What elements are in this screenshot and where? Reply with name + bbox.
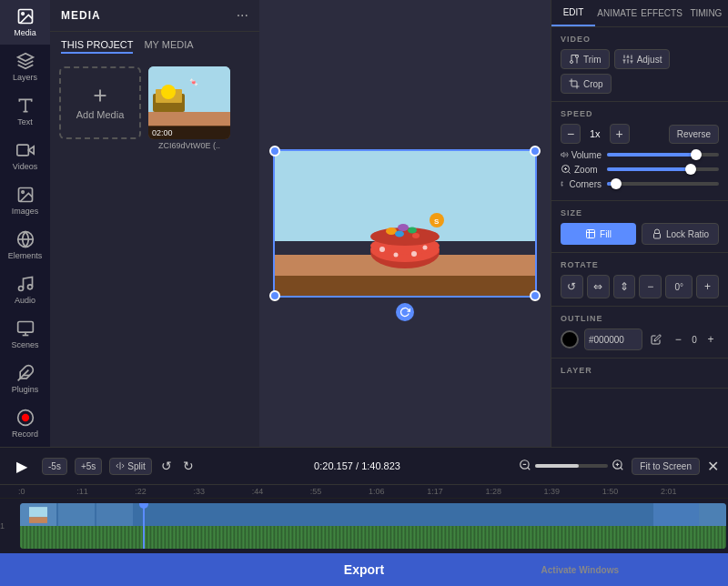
svg-point-27 — [161, 85, 176, 99]
rotate-handle[interactable] — [396, 303, 414, 321]
fit-screen-button[interactable]: Fit to Screen — [632, 458, 700, 475]
flip-h-button[interactable]: ⇔ — [587, 275, 610, 298]
timeline-close-button[interactable]: ✕ — [707, 458, 719, 475]
svg-point-19 — [22, 415, 28, 421]
add-media-button[interactable]: Add Media — [59, 66, 141, 139]
volume-label: Volume — [561, 149, 602, 160]
media-thumbnail[interactable]: 🍬 02:00 — [148, 66, 230, 139]
outline-value: 0 — [692, 335, 697, 345]
svg-point-12 — [27, 285, 32, 289]
ruler-mark-4: :44 — [252, 487, 310, 496]
sidebar-item-images[interactable]: Images — [0, 178, 50, 223]
sidebar-item-videos[interactable]: Videos — [0, 134, 50, 178]
outline-minus-button[interactable]: − — [670, 328, 686, 350]
timeline-controls: ▶ -5s +5s Split ↺ ↻ 0:20.157 / 1:40.823 — [0, 448, 728, 485]
rotate-ccw-button[interactable]: ↺ — [561, 275, 583, 298]
corner-handle-br[interactable] — [530, 290, 541, 301]
rotate-plus-button[interactable]: + — [696, 275, 719, 298]
speed-section-label: SPEED — [561, 109, 719, 118]
tab-timing[interactable]: TIMING — [684, 0, 728, 26]
ruler-mark-11: 2:01 — [661, 487, 719, 496]
ruler-mark-2: :22 — [135, 487, 193, 496]
speed-value: 1x — [586, 128, 604, 139]
layer-section-label: LAYER — [561, 366, 719, 375]
timeline-zoom-slider[interactable] — [535, 464, 608, 468]
adjust-button[interactable]: Adjust — [614, 49, 671, 69]
svg-point-39 — [408, 227, 417, 233]
outline-color-picker[interactable] — [561, 330, 579, 349]
flip-v-button[interactable]: ⇕ — [613, 275, 636, 298]
video-section: VIDEO Trim Adjust Crop — [551, 27, 728, 102]
svg-point-8 — [21, 191, 23, 194]
ruler-mark-1: :11 — [76, 487, 135, 496]
split-button[interactable]: Split — [109, 458, 151, 475]
video-track[interactable] — [11, 503, 726, 549]
tab-edit[interactable]: EDIT — [551, 0, 595, 26]
redo-button[interactable]: ↻ — [181, 457, 196, 475]
tab-effects[interactable]: EFFECTS — [639, 0, 684, 26]
timeline-tracks: 1 — [0, 499, 728, 553]
zoom-in-button[interactable] — [612, 459, 624, 474]
timeline: ▶ -5s +5s Split ↺ ↻ 0:20.157 / 1:40.823 — [0, 447, 728, 553]
sidebar-item-text[interactable]: Text — [0, 89, 50, 134]
corner-handle-bl[interactable] — [269, 290, 280, 301]
tab-animate[interactable]: ANIMATE — [595, 0, 639, 26]
fill-button[interactable]: Fill — [561, 223, 636, 245]
skip-back-button[interactable]: -5s — [42, 458, 67, 475]
tab-bar: EDIT ANIMATE EFFECTS TIMING — [551, 0, 728, 27]
undo-button[interactable]: ↺ — [159, 457, 174, 475]
ruler-mark-7: 1:17 — [427, 487, 485, 496]
crop-button[interactable]: Crop — [561, 74, 612, 94]
corner-handle-tr[interactable] — [530, 146, 541, 157]
svg-rect-62 — [653, 234, 660, 239]
tab-this-project[interactable]: THIS PROJECT — [61, 39, 133, 54]
svg-rect-6 — [16, 145, 27, 156]
svg-point-34 — [394, 252, 399, 257]
svg-marker-5 — [28, 146, 34, 154]
sidebar-item-media[interactable]: Media — [0, 0, 50, 45]
trim-button[interactable]: Trim — [561, 49, 610, 69]
activate-windows-text: Activate Windows — [541, 565, 619, 575]
sidebar-item-elements[interactable]: Elements — [0, 223, 50, 268]
svg-point-40 — [395, 230, 404, 237]
play-button[interactable]: ▶ — [9, 453, 35, 479]
rotate-input[interactable] — [665, 275, 693, 298]
canvas-area: S — [259, 0, 551, 447]
zoom-out-button[interactable] — [519, 459, 531, 474]
sidebar-item-plugins[interactable]: Plugins — [0, 357, 50, 401]
canvas-frame[interactable]: S — [273, 149, 537, 298]
zoom-label: Zoom — [561, 164, 602, 175]
speed-minus-button[interactable]: − — [561, 124, 581, 144]
export-label: Export — [344, 562, 384, 577]
speed-section: SPEED − 1x + Reverse Volume — [551, 102, 728, 201]
sidebar-item-record[interactable]: Record — [0, 401, 50, 446]
svg-point-44 — [571, 61, 573, 64]
trim-label: Trim — [583, 55, 602, 65]
media-panel-header: MEDIA ··· — [50, 0, 259, 32]
svg-point-11 — [18, 287, 23, 291]
skip-forward-button[interactable]: +5s — [75, 458, 102, 475]
svg-text:🍬: 🍬 — [189, 77, 198, 86]
corners-slider[interactable] — [607, 182, 719, 186]
sidebar-item-audio[interactable]: Audio — [0, 268, 50, 312]
media-panel-menu-button[interactable]: ··· — [237, 7, 248, 24]
outline-plus-button[interactable]: + — [703, 328, 719, 350]
media-grid: Add Media — [50, 57, 259, 159]
svg-point-41 — [412, 233, 420, 238]
rotate-minus-button[interactable]: − — [639, 275, 662, 298]
sidebar-item-layers[interactable]: Layers — [0, 45, 50, 89]
size-section-label: SIZE — [561, 208, 719, 217]
svg-marker-2 — [17, 54, 33, 61]
lock-ratio-button[interactable]: Lock Ratio — [642, 223, 719, 245]
volume-slider[interactable] — [607, 153, 719, 157]
export-bar[interactable]: Export Activate Windows — [0, 553, 728, 586]
tab-my-media[interactable]: MY MEDIA — [144, 39, 193, 54]
outline-hex-input[interactable] — [584, 328, 642, 350]
speed-plus-button[interactable]: + — [610, 124, 630, 144]
media-panel: MEDIA ··· THIS PROJECT MY MEDIA Add Medi… — [50, 0, 259, 447]
outline-edit-button[interactable] — [648, 328, 664, 350]
reverse-button[interactable]: Reverse — [669, 125, 719, 144]
zoom-slider[interactable] — [607, 167, 719, 171]
corner-handle-tl[interactable] — [269, 146, 280, 157]
sidebar-item-scenes[interactable]: Scenes — [0, 312, 50, 357]
